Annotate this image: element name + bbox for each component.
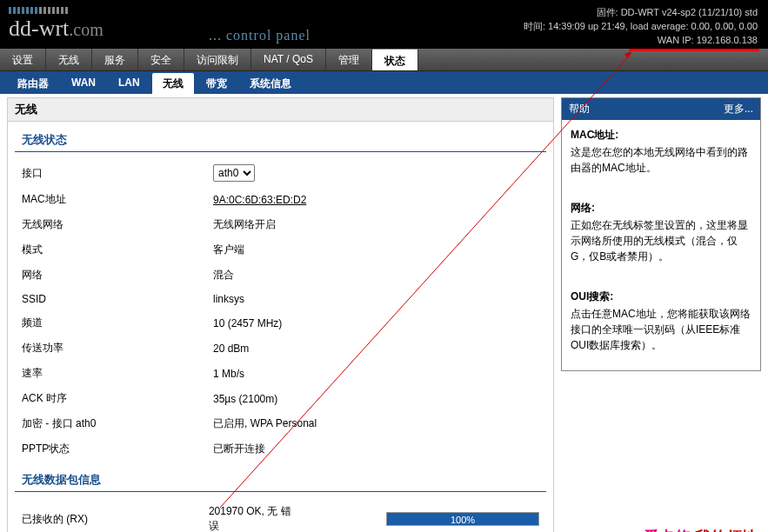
status-label: 无线网络 — [22, 217, 213, 232]
status-label: 加密 - 接口 ath0 — [22, 416, 213, 431]
status-row: PPTP状态已断开连接 — [8, 436, 553, 462]
status-label: 网络 — [22, 268, 213, 283]
progress-fill: 100% — [387, 513, 538, 525]
main-tabs: 设置无线服务安全访问限制NAT / QoS管理状态 — [0, 49, 768, 71]
status-row: 频道10 (2457 MHz) — [8, 310, 553, 336]
status-row: SSIDlinksys — [8, 288, 553, 310]
time-label: 时间: 14:39:09 up 21:49, load average: 0.0… — [524, 19, 758, 33]
sub-tab-4[interactable]: 带宽 — [196, 73, 237, 94]
main-tab-2[interactable]: 服务 — [92, 49, 138, 70]
help-term: MAC地址: — [571, 127, 751, 143]
status-label: PPTP状态 — [22, 442, 213, 456]
help-desc: 点击任意MAC地址，您将能获取该网络接口的全球唯一识别码（从IEEE标准OUI数… — [571, 306, 751, 353]
main-tab-3[interactable]: 安全 — [138, 49, 184, 70]
progress-bar: 100% — [386, 512, 539, 526]
status-row: 传送功率20 dBm — [8, 336, 553, 361]
status-row: 模式客户端 — [8, 237, 553, 263]
status-value: ath0 — [213, 164, 255, 182]
status-value: 20 dBm — [213, 342, 249, 355]
sub-tab-3[interactable]: 无线 — [152, 73, 194, 94]
header-info: 固件: DD-WRT v24-sp2 (11/21/10) std 时间: 14… — [524, 5, 758, 47]
status-label: 传送功率 — [22, 341, 213, 356]
status-value: 混合 — [213, 268, 234, 283]
status-row: 加密 - 接口 ath0已启用, WPA Personal — [8, 411, 553, 436]
panel-title: 无线 — [8, 98, 553, 122]
subtitle: ... control panel — [209, 28, 311, 43]
status-row: ACK 时序35µs (2100m) — [8, 386, 553, 411]
status-value: 1 Mb/s — [213, 368, 244, 380]
status-value: 9A:0C:6D:63:ED:D2 — [213, 194, 306, 206]
logo-text: dd-wrt — [9, 16, 69, 41]
main-tab-1[interactable]: 无线 — [46, 49, 92, 70]
main-tab-4[interactable]: 访问限制 — [184, 49, 251, 70]
status-label: MAC地址 — [22, 192, 213, 207]
annotation-underline — [629, 49, 759, 51]
status-label: 接口 — [22, 166, 213, 181]
status-value: 10 (2457 MHz) — [213, 317, 282, 329]
status-label: ACK 时序 — [22, 391, 213, 406]
status-section-title: 无线状态 — [15, 125, 546, 152]
wan-label: WAN IP: 192.168.0.138 — [524, 33, 758, 47]
status-row: 网络混合 — [8, 263, 553, 288]
help-item: OUI搜索:点击任意MAC地址，您将能获取该网络接口的全球唯一识别码（从IEEE… — [562, 282, 760, 370]
logo: dd-wrt.com — [9, 7, 104, 42]
main-panel: 无线 无线状态 接口ath0MAC地址9A:0C:6D:63:ED:D2无线网络… — [7, 97, 554, 532]
status-value: 已断开连接 — [213, 442, 265, 456]
firmware-label: 固件: DD-WRT v24-sp2 (11/21/10) std — [524, 5, 758, 19]
sub-tab-2[interactable]: LAN — [108, 73, 150, 94]
status-value: 无线网络开启 — [213, 217, 276, 232]
logo-suffix: .com — [69, 20, 103, 39]
main-tab-5[interactable]: NAT / QoS — [251, 49, 326, 70]
status-label: SSID — [22, 293, 213, 305]
sub-tabs: 路由器WANLAN无线带宽系统信息 — [0, 71, 768, 94]
help-panel: 帮助 更多... MAC地址:这是您在您的本地无线网络中看到的路由器的MAC地址… — [561, 97, 761, 532]
packet-row: 已接收的 (RX)201970 OK, 无 错误100% — [8, 499, 553, 532]
help-desc: 这是您在您的本地无线网络中看到的路由器的MAC地址。 — [571, 144, 751, 176]
main-tab-6[interactable]: 管理 — [326, 49, 372, 70]
sub-tab-0[interactable]: 路由器 — [7, 73, 59, 94]
help-desc: 正如您在无线标签里设置的，这里将显示网络所使用的无线模式（混合，仅G，仅B或者禁… — [571, 217, 751, 264]
status-value: 客户端 — [213, 243, 244, 257]
status-label: 模式 — [22, 243, 213, 257]
header: dd-wrt.com ... control panel 固件: DD-WRT … — [0, 0, 768, 49]
help-more-link[interactable]: 更多... — [724, 102, 753, 116]
logo-dots — [9, 7, 104, 14]
watermark: 爱卡悠 我的领地 记录生活 分享生活 www.acyoo.com — [644, 527, 758, 532]
help-item: 网络:正如您在无线标签里设置的，这里将显示网络所使用的无线模式（混合，仅G，仅B… — [562, 193, 760, 282]
help-term: 网络: — [571, 200, 751, 216]
status-label: 速率 — [22, 366, 213, 381]
interface-select[interactable]: ath0 — [213, 164, 255, 182]
status-row: MAC地址9A:0C:6D:63:ED:D2 — [8, 187, 553, 212]
status-row: 无线网络无线网络开启 — [8, 212, 553, 237]
status-value: 35µs (2100m) — [213, 393, 277, 405]
status-value: linksys — [213, 293, 244, 305]
main-tab-0[interactable]: 设置 — [0, 49, 46, 70]
status-label: 频道 — [22, 316, 213, 330]
help-item: MAC地址:这是您在您的本地无线网络中看到的路由器的MAC地址。 — [562, 120, 760, 193]
status-row: 接口ath0 — [8, 159, 553, 187]
packet-label: 已接收的 (RX) — [22, 512, 209, 527]
packet-section-title: 无线数据包信息 — [15, 465, 546, 492]
packet-value: 201970 OK, 无 错误 — [209, 504, 299, 532]
mac-link[interactable]: 9A:0C:6D:63:ED:D2 — [213, 194, 306, 206]
sub-tab-5[interactable]: 系统信息 — [239, 73, 302, 94]
status-value: 已启用, WPA Personal — [213, 416, 317, 431]
sub-tab-1[interactable]: WAN — [61, 73, 106, 94]
status-row: 速率1 Mb/s — [8, 361, 553, 386]
help-term: OUI搜索: — [571, 289, 751, 304]
main-tab-7[interactable]: 状态 — [372, 49, 418, 70]
help-title: 帮助 — [569, 102, 590, 116]
